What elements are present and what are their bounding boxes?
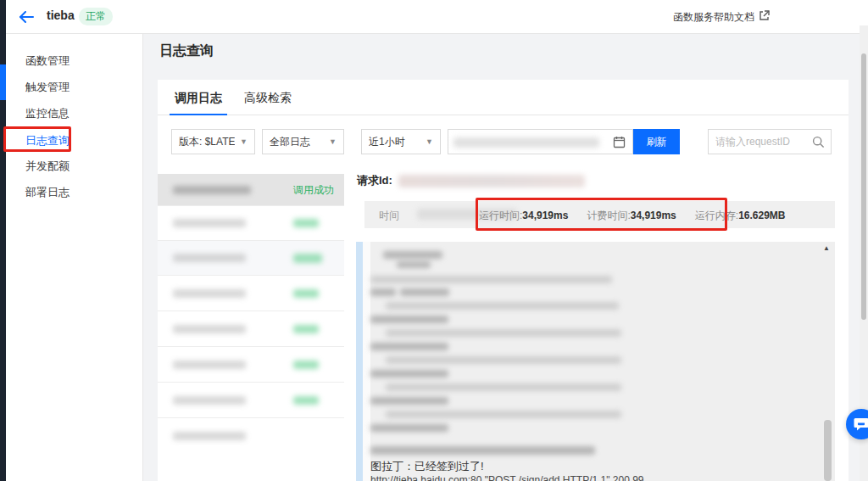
request-id-label: 请求Id:	[357, 173, 392, 188]
redacted-status	[293, 325, 319, 333]
log-type-select[interactable]: 全部日志 ▼	[262, 129, 344, 154]
redacted-date-value	[453, 137, 599, 148]
time-range-select[interactable]: 近1小时 ▼	[361, 129, 441, 154]
redacted-timestamp	[173, 254, 246, 262]
page-title: 日志查询	[159, 42, 214, 60]
sidebar-item-concurrency-quota[interactable]: 并发配额	[25, 159, 127, 176]
status-badge: 正常	[79, 8, 113, 25]
time-range-select-value: 近1小时	[369, 135, 405, 149]
redacted-log-line	[386, 356, 621, 364]
redacted-request-id	[398, 175, 585, 187]
app-window: tieba 正常 函数服务帮助文档 函数管理 触发管理 监控信息 日志查询 并发…	[0, 0, 868, 481]
calendar-icon[interactable]	[613, 136, 626, 148]
sidebar-item-function-mgmt[interactable]: 函数管理	[25, 53, 127, 70]
redacted-log-line	[370, 397, 448, 405]
date-range-input[interactable]	[448, 129, 633, 154]
log-text-line: http://tieba.baidu.com:80 "POST /sign/ad…	[370, 474, 643, 481]
help-doc-link[interactable]: 函数服务帮助文档	[673, 10, 754, 25]
tab-advanced-search[interactable]: 高级检索	[239, 80, 297, 115]
top-bar: tieba 正常 函数服务帮助文档	[6, 0, 868, 34]
metric-billed-time: 计费时间:34,919ms	[587, 209, 676, 223]
redacted-log-line	[370, 276, 612, 283]
redacted-status	[293, 219, 319, 227]
invocation-meta-bar: 时间 运行时间:34,919ms 计费时间:34,919ms 运行内存:16.6…	[364, 201, 835, 228]
redacted-log-line	[370, 370, 448, 378]
function-name: tieba	[47, 8, 75, 22]
redacted-status	[293, 254, 322, 263]
log-scrollbar-thumb[interactable]	[824, 420, 832, 481]
list-item[interactable]	[158, 241, 344, 276]
chat-bubble-icon	[854, 417, 868, 431]
redacted-timestamp	[173, 432, 246, 440]
time-label: 时间	[379, 209, 399, 223]
redacted-log-line	[386, 329, 621, 337]
chevron-down-icon: ▼	[324, 137, 337, 146]
redacted-timestamp	[173, 396, 246, 405]
redacted-log-line	[370, 343, 448, 350]
list-item[interactable]	[158, 311, 344, 347]
chat-support-button[interactable]	[846, 409, 868, 439]
redacted-timestamp	[173, 361, 246, 369]
sidebar-item-log-query[interactable]: 日志查询	[25, 133, 127, 150]
sidebar-item-trigger-mgmt[interactable]: 触发管理	[25, 80, 127, 97]
metric-memory: 运行内存:16.629MB	[695, 209, 786, 223]
list-item[interactable]	[158, 418, 344, 454]
log-text-line: 图拉丁：已经签到过了!	[370, 459, 484, 474]
redacted-timestamp	[173, 289, 246, 298]
redacted-log-line	[370, 288, 396, 296]
list-item[interactable]	[158, 383, 344, 418]
version-select-value: 版本: $LATEST	[179, 135, 235, 149]
redacted-log-line	[386, 383, 621, 391]
redacted-log-line	[386, 302, 619, 310]
invocation-status: 调用成功	[293, 182, 334, 197]
redacted-log-line	[370, 424, 448, 432]
invocation-list: 调用成功	[158, 174, 344, 481]
rail-active-indicator	[0, 64, 6, 100]
log-gutter-gap	[363, 242, 370, 481]
redacted-log-line	[370, 316, 448, 323]
redacted-log-line	[370, 446, 595, 455]
redacted-log-line	[386, 411, 621, 418]
redacted-timestamp	[173, 186, 251, 194]
redacted-log-line	[397, 261, 431, 268]
list-item[interactable]	[158, 454, 344, 481]
list-item[interactable]	[158, 206, 344, 241]
scroll-up-icon[interactable]: ▲	[823, 244, 830, 252]
tab-invocation-log[interactable]: 调用日志	[170, 80, 227, 115]
sidebar: 函数管理 触发管理 监控信息 日志查询 并发配额 部署日志	[6, 34, 143, 481]
search-icon[interactable]	[812, 136, 825, 148]
log-type-select-value: 全部日志	[270, 135, 310, 149]
external-link-icon[interactable]	[759, 9, 770, 20]
chevron-down-icon: ▼	[235, 137, 248, 146]
metric-run-time: 运行时间:34,919ms	[479, 209, 568, 223]
redacted-status	[293, 289, 319, 298]
list-item[interactable]	[158, 276, 344, 311]
redacted-status	[293, 361, 319, 369]
chevron-down-icon: ▼	[420, 137, 433, 146]
window-scrollbar-thumb[interactable]	[861, 53, 866, 320]
metrics: 运行时间:34,919ms 计费时间:34,919ms 运行内存:16.629M…	[479, 209, 786, 223]
request-id-search[interactable]	[708, 129, 832, 154]
log-content-panel: ▲ 图拉丁：已经签到过了! http://tieba.baidu.com:80 …	[356, 242, 835, 481]
log-gutter	[356, 242, 363, 481]
collapsed-nav-rail	[0, 0, 6, 481]
sidebar-item-monitoring[interactable]: 监控信息	[25, 106, 127, 123]
redacted-log-line	[400, 288, 449, 296]
redacted-log-line	[383, 251, 442, 259]
list-item[interactable]	[158, 347, 344, 383]
refresh-button[interactable]: 刷新	[633, 129, 680, 154]
tab-bar: 调用日志 高级检索	[158, 80, 849, 115]
back-arrow-icon[interactable]	[16, 7, 36, 27]
redacted-status	[293, 396, 319, 405]
version-select[interactable]: 版本: $LATEST ▼	[171, 129, 255, 154]
redacted-timestamp	[173, 219, 246, 227]
redacted-timestamp	[173, 325, 246, 333]
list-item-selected[interactable]: 调用成功	[158, 174, 344, 206]
sidebar-item-deploy-log[interactable]: 部署日志	[25, 185, 127, 202]
search-input[interactable]	[715, 136, 809, 148]
